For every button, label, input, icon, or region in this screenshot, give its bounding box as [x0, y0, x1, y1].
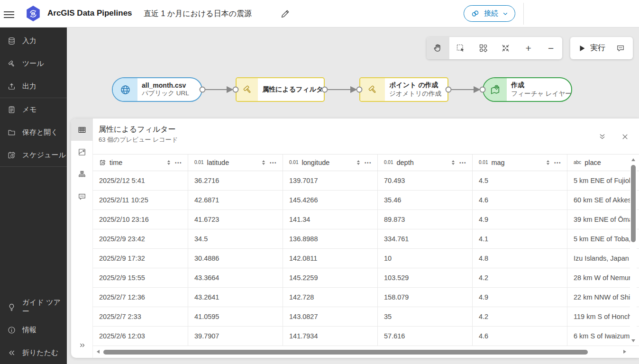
table-row: 2025/2/9 17:3230.4886142.0811104.8Izu Is…	[93, 249, 639, 268]
vertical-scrollbar[interactable]	[630, 155, 637, 345]
table-cell: 43.2641	[188, 288, 283, 307]
schema-view-tab[interactable]	[71, 163, 93, 185]
column-header-place[interactable]: abcplace	[567, 155, 639, 171]
pipeline-node-create-points[interactable]: ポイント の作成 ジオメトリの作成	[359, 77, 448, 102]
table-cell: 4.6	[473, 191, 567, 209]
column-label: time	[110, 159, 122, 166]
header-divider	[523, 3, 524, 25]
table-cell: 145.4266	[283, 191, 378, 209]
column-label: latitude	[207, 159, 229, 166]
sort-icon[interactable]	[357, 160, 360, 165]
connect-button[interactable]: 接続	[464, 5, 515, 22]
column-header-latitude[interactable]: 0.01latitude•••	[188, 155, 283, 171]
sidebar-item-tools[interactable]: ツール	[0, 52, 67, 75]
app-header: ArcGIS Data Pipelines 直近 1 か月における日本の震源 接…	[0, 0, 639, 27]
sidebar-item-info[interactable]: 情報	[0, 318, 67, 341]
run-button[interactable]: 実行	[570, 37, 605, 59]
sidebar-item-inputs[interactable]: 入力	[0, 29, 67, 52]
decimal-type-icon: 0.01	[289, 160, 298, 165]
decimal-type-icon: 0.01	[194, 160, 203, 165]
column-header-depth[interactable]: 0.01depth•••	[378, 155, 473, 171]
table-view-tab[interactable]	[71, 118, 93, 141]
sort-icon[interactable]	[167, 160, 170, 165]
pipeline-node-create-feature-layer[interactable]: 作成 フィーチャ レイヤー	[483, 77, 572, 102]
sort-icon[interactable]	[547, 160, 549, 165]
scroll-left-arrow[interactable]	[97, 350, 100, 354]
table-cell: 2025/2/7 2:33	[93, 307, 188, 326]
map-view-tab[interactable]	[71, 141, 93, 163]
hammer-icon	[7, 59, 16, 68]
connection-icon	[471, 9, 480, 18]
sidebar-item-save-open[interactable]: 保存と開く	[0, 121, 67, 144]
table-cell: 141.7934	[283, 327, 378, 346]
column-header-longitude[interactable]: 0.01longitude•••	[283, 155, 378, 171]
table-cell: 28 km W of Nemuro	[567, 268, 639, 287]
close-panel-button[interactable]	[617, 130, 632, 143]
scroll-down-arrow[interactable]	[631, 339, 635, 342]
pan-tool-button[interactable]	[427, 37, 449, 59]
chevron-down-icon	[502, 11, 508, 17]
sidebar-item-guided-tour[interactable]: ガイド ツアー	[0, 296, 67, 318]
column-menu-icon[interactable]: •••	[365, 160, 372, 165]
sort-icon[interactable]	[262, 160, 265, 165]
hamburger-menu-button[interactable]	[4, 9, 14, 18]
horizontal-scrollbar[interactable]	[95, 349, 628, 355]
column-label: depth	[396, 159, 413, 166]
horizontal-scrollbar-thumb[interactable]	[103, 350, 588, 355]
app-root: ArcGIS Data Pipelines 直近 1 か月における日本の震源 接…	[0, 0, 639, 364]
table-row: 2025/2/6 12:0339.7907141.793457.6164.66 …	[93, 327, 639, 346]
map-pin-icon	[484, 78, 507, 101]
sort-icon[interactable]	[452, 160, 455, 165]
edit-title-pencil-icon[interactable]	[280, 8, 292, 20]
table-cell: Izu Islands, Japan r	[567, 249, 639, 268]
preview-record-count: 63 個のプレビュー レコード	[99, 136, 178, 144]
collapse-panel-button[interactable]	[594, 130, 610, 143]
sidebar-item-schedule[interactable]: スケジュール	[0, 144, 67, 166]
pipeline-node-filter-by-attribute[interactable]: 属性によるフィルター	[236, 77, 325, 102]
table-cell: 5 km ENE of Fujioka	[567, 171, 639, 190]
table-cell: 39 km ENE of Ōma	[567, 210, 639, 229]
sidebar-item-collapse[interactable]: 折りたたむ	[0, 341, 67, 364]
column-menu-icon[interactable]: •••	[459, 160, 466, 165]
table-cell: 141.34	[283, 210, 378, 229]
pipeline-node-public-url[interactable]: all_month.csv パブリック URL	[112, 77, 202, 102]
marquee-select-tool-button[interactable]	[449, 37, 472, 59]
column-menu-icon[interactable]: •••	[554, 160, 561, 165]
table-cell: 142.0811	[283, 249, 378, 268]
scroll-right-arrow[interactable]	[623, 350, 626, 354]
table-cell: 4.1	[473, 229, 567, 248]
schedule-icon	[7, 151, 16, 160]
scroll-up-arrow[interactable]	[631, 158, 635, 161]
column-header-mag[interactable]: 0.01mag•••	[473, 155, 567, 171]
shapes-icon	[478, 43, 488, 53]
run-toolbar: 実行	[570, 37, 633, 59]
column-menu-icon[interactable]: •••	[270, 160, 277, 165]
table-row: 2025/2/10 23:1641.6723141.3489.8734.939 …	[93, 210, 639, 229]
table-cell: 35	[378, 307, 473, 326]
expand-rail-button[interactable]	[71, 339, 93, 351]
select-all-tool-button[interactable]	[472, 37, 494, 59]
zoom-to-fit-icon	[501, 43, 511, 53]
table-cell: 145.2259	[283, 268, 378, 287]
arcgis-data-pipelines-logo-icon	[26, 6, 40, 21]
zoom-in-button[interactable]: +	[517, 37, 540, 59]
column-header-time[interactable]: time•••	[93, 155, 188, 171]
table-cell: 142.728	[283, 288, 378, 307]
zoom-out-button[interactable]: −	[539, 37, 562, 59]
sidebar-item-outputs[interactable]: 出力	[0, 75, 67, 98]
zoom-to-fit-button[interactable]	[494, 37, 517, 59]
messages-tab[interactable]	[71, 185, 93, 208]
table-cell: 4.2	[473, 307, 567, 326]
double-chevron-right-icon	[79, 342, 86, 349]
sidebar-item-notes[interactable]: メモ	[0, 98, 67, 121]
table-header-row: time•••0.01latitude•••0.01longitude•••0.…	[93, 154, 639, 171]
table-cell: 103.529	[378, 268, 473, 287]
node-title: 属性によるフィルター	[262, 85, 321, 94]
column-menu-icon[interactable]: •••	[175, 160, 182, 165]
table-cell: 2025/2/10 23:16	[93, 210, 188, 229]
column-label: place	[584, 159, 601, 166]
hand-icon	[433, 43, 443, 53]
run-button-label: 実行	[590, 43, 605, 53]
vertical-scrollbar-thumb[interactable]	[631, 165, 636, 242]
comment-tool-button[interactable]	[612, 37, 629, 59]
